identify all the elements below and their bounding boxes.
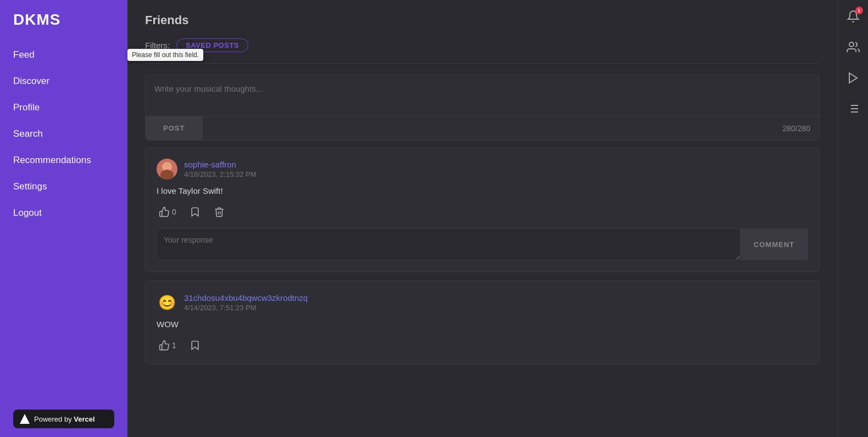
sidebar-item-label: Search xyxy=(13,128,43,139)
sidebar-item-label: Logout xyxy=(13,208,42,218)
post-actions: 1 xyxy=(157,338,808,353)
delete-button[interactable] xyxy=(212,204,227,220)
section-divider xyxy=(145,63,820,64)
post-header: 😊 31chdosu4xbu4bqwcw3zkrodtnzq 4/14/2023… xyxy=(157,292,808,313)
char-count: 280/280 xyxy=(203,124,819,133)
powered-by-text: Powered by Vercel xyxy=(34,415,95,423)
vercel-brand: Vercel xyxy=(74,415,94,423)
sidebar-item-profile[interactable]: Profile xyxy=(0,94,127,121)
thumbs-up-icon xyxy=(159,340,170,351)
sidebar-footer: Powered by Vercel xyxy=(0,401,127,437)
filters-label: Filters: xyxy=(145,41,170,50)
comment-input[interactable] xyxy=(157,229,740,260)
right-sidebar: 1 xyxy=(837,0,868,437)
trash-icon xyxy=(214,206,225,217)
like-button[interactable]: 0 xyxy=(157,204,179,220)
post-meta: sophie-saffron 4/18/2023, 2:15:32 PM xyxy=(184,160,257,178)
post-date: 4/18/2023, 2:15:32 PM xyxy=(184,170,257,178)
sidebar-item-label: Discover xyxy=(13,76,49,86)
notifications-icon[interactable]: 1 xyxy=(845,9,861,24)
sidebar-nav: Feed Please fill out this field. Discove… xyxy=(0,37,127,401)
comment-button[interactable]: COMMENT xyxy=(740,229,808,260)
bookmark-button[interactable] xyxy=(187,338,203,353)
sidebar-item-label: Settings xyxy=(13,181,47,192)
post-meta: 31chdosu4xbu4bqwcw3zkrodtnzq 4/14/2023, … xyxy=(184,293,308,312)
post-compose-box: POST 280/280 xyxy=(145,75,820,141)
svg-point-0 xyxy=(849,42,854,47)
powered-by-vercel: Powered by Vercel xyxy=(13,410,114,428)
avatar xyxy=(157,159,177,180)
svg-marker-1 xyxy=(849,73,857,83)
bookmark-icon xyxy=(190,206,201,217)
filter-saved-posts[interactable]: SAVED POSTS xyxy=(176,38,248,52)
sidebar-item-settings[interactable]: Settings xyxy=(0,173,127,200)
main-content: Friends Filters: SAVED POSTS POST 280/28… xyxy=(127,0,837,437)
sidebar-item-label: Feed xyxy=(13,49,35,60)
sidebar-item-logout[interactable]: Logout xyxy=(0,200,127,226)
post-header: sophie-saffron 4/18/2023, 2:15:32 PM xyxy=(157,159,808,180)
post-card: 😊 31chdosu4xbu4bqwcw3zkrodtnzq 4/14/2023… xyxy=(145,281,820,365)
bookmark-button[interactable] xyxy=(187,204,203,220)
friends-icon[interactable] xyxy=(845,40,861,55)
post-card: sophie-saffron 4/18/2023, 2:15:32 PM I l… xyxy=(145,147,820,272)
avatar: 😊 xyxy=(157,292,177,313)
bookmark-icon xyxy=(190,340,201,351)
notification-badge: 1 xyxy=(855,7,863,14)
post-footer: POST 280/280 xyxy=(146,116,819,140)
post-username[interactable]: sophie-saffron xyxy=(184,160,257,169)
sidebar-item-discover[interactable]: Discover xyxy=(0,68,127,94)
like-button[interactable]: 1 xyxy=(157,338,179,353)
post-textarea[interactable] xyxy=(146,75,819,114)
app-logo: DKMS xyxy=(0,0,127,37)
thumbs-up-icon xyxy=(159,206,170,217)
post-button[interactable]: POST xyxy=(146,116,203,140)
page-title: Friends xyxy=(145,13,820,27)
sidebar-item-feed[interactable]: Feed Please fill out this field. xyxy=(0,42,127,68)
comment-box: COMMENT xyxy=(157,228,808,260)
like-count: 1 xyxy=(172,341,176,350)
post-actions: 0 xyxy=(157,204,808,220)
sidebar-item-recommendations[interactable]: Recommendations xyxy=(0,147,127,173)
list-icon[interactable] xyxy=(845,101,861,116)
sidebar: DKMS Feed Please fill out this field. Di… xyxy=(0,0,127,437)
filters-row: Filters: SAVED POSTS xyxy=(145,38,820,52)
post-username[interactable]: 31chdosu4xbu4bqwcw3zkrodtnzq xyxy=(184,293,308,302)
sidebar-item-search[interactable]: Search xyxy=(0,121,127,147)
post-content: I love Taylor Swift! xyxy=(157,186,808,195)
sidebar-item-label: Recommendations xyxy=(13,155,91,165)
sidebar-item-label: Profile xyxy=(13,102,40,113)
post-date: 4/14/2023, 7:51:23 PM xyxy=(184,304,308,312)
vercel-icon xyxy=(20,414,30,424)
like-count: 0 xyxy=(172,208,176,216)
play-icon[interactable] xyxy=(845,70,861,86)
post-content: WOW xyxy=(157,320,808,329)
